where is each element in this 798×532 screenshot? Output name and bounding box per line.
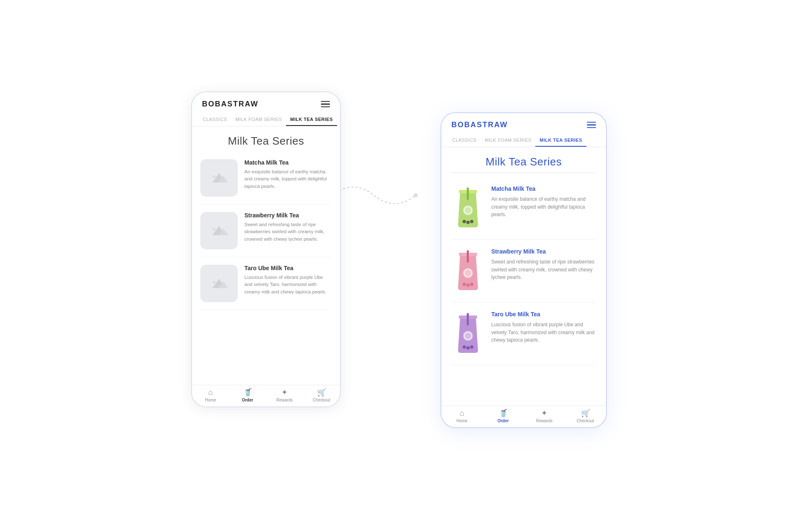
svg-point-16 xyxy=(466,221,470,224)
large-tab-classics[interactable]: CLASSICS xyxy=(448,134,480,147)
large-item-name-matcha: Matcha Milk Tea xyxy=(491,185,596,192)
small-nav-rewards-label: Rewards xyxy=(276,398,293,402)
small-thumb-strawberry xyxy=(200,212,238,249)
svg-rect-19 xyxy=(467,250,469,263)
small-item-name-taro: Taro Ube Milk Tea xyxy=(244,265,332,271)
small-nav-checkout[interactable]: 🛒 Checkout xyxy=(303,389,340,402)
small-logo: BOBASTRAW xyxy=(202,100,259,108)
large-item-info-matcha: Matcha Milk Tea An exquisite balance of … xyxy=(491,185,596,219)
svg-point-1 xyxy=(414,193,418,197)
small-tab-milk-foam[interactable]: MILK FOAM SERIES xyxy=(231,113,286,126)
large-item-desc-matcha: An exquisite balance of earthy matcha an… xyxy=(491,195,596,219)
large-item-info-strawberry: Strawberry Milk Tea Sweet and refreshing… xyxy=(491,248,596,281)
small-header: BOBASTRAW xyxy=(192,92,340,113)
small-item-desc-taro: Luscious fusion of vibrant purple Ube an… xyxy=(244,274,332,296)
small-thumb-matcha xyxy=(200,159,238,197)
large-menu-item-taro[interactable]: Taro Ube Milk Tea Luscious fusion of vib… xyxy=(451,303,596,365)
large-nav-rewards-label: Rewards xyxy=(536,419,552,423)
svg-point-29 xyxy=(463,345,466,349)
large-content: Milk Tea Series xyxy=(441,147,606,406)
svg-point-10 xyxy=(213,281,215,283)
small-order-icon: 🥤 xyxy=(243,389,252,396)
small-item-info-taro: Taro Ube Milk Tea Luscious fusion of vib… xyxy=(244,265,332,296)
large-nav-checkout[interactable]: 🛒 Checkout xyxy=(565,409,606,423)
large-nav-order-label: Order xyxy=(498,419,509,423)
small-nav-order-label: Order xyxy=(242,398,253,402)
small-item-desc-strawberry: Sweet and refreshing taste of ripe straw… xyxy=(244,221,332,243)
large-menu-list: Matcha Milk Tea An exquisite balance of … xyxy=(441,177,606,365)
large-nav-order[interactable]: 🥤 Order xyxy=(483,409,524,423)
large-menu-icon[interactable] xyxy=(587,122,596,128)
small-nav-home[interactable]: ⌂ Home xyxy=(192,389,229,402)
large-bottom-nav: ⌂ Home 🥤 Order ✦ Rewards 🛒 Checkout xyxy=(441,406,606,427)
small-home-icon: ⌂ xyxy=(208,389,213,396)
large-item-info-taro: Taro Ube Milk Tea Luscious fusion of vib… xyxy=(491,311,596,344)
svg-point-23 xyxy=(466,283,470,287)
large-divider xyxy=(451,172,596,173)
svg-point-7 xyxy=(213,228,215,231)
large-rewards-icon: ✦ xyxy=(541,409,547,417)
small-nav-rewards[interactable]: ✦ Rewards xyxy=(266,389,303,402)
large-image-matcha xyxy=(451,185,485,231)
large-nav-rewards[interactable]: ✦ Rewards xyxy=(524,409,565,423)
large-header: BOBASTRAW xyxy=(441,113,606,134)
large-item-name-taro: Taro Ube Milk Tea xyxy=(491,311,596,318)
large-item-name-strawberry: Strawberry Milk Tea xyxy=(491,248,596,255)
small-item-info-strawberry: Strawberry Milk Tea Sweet and refreshing… xyxy=(244,212,332,243)
small-item-desc-matcha: An exquisite balance of earthy matcha an… xyxy=(244,168,332,190)
svg-rect-12 xyxy=(467,187,469,200)
svg-point-30 xyxy=(466,346,470,350)
large-order-icon: 🥤 xyxy=(499,409,508,417)
large-tab-milk-foam[interactable]: MILK FOAM SERIES xyxy=(480,134,535,147)
small-menu-item-matcha[interactable]: Matcha Milk Tea An exquisite balance of … xyxy=(200,152,332,204)
small-nav-checkout-label: Checkout xyxy=(313,398,330,402)
large-image-strawberry xyxy=(451,248,485,294)
small-thumb-taro xyxy=(200,265,238,302)
large-phone: BOBASTRAW CLASSICS MILK FOAM SERIES MILK… xyxy=(441,112,607,428)
small-phone: BOBASTRAW CLASSICS MILK FOAM SERIES MILK… xyxy=(191,91,341,407)
small-item-name-strawberry: Strawberry Milk Tea xyxy=(244,212,332,219)
large-image-taro xyxy=(451,311,485,357)
small-rewards-icon: ✦ xyxy=(281,389,288,396)
large-item-desc-strawberry: Sweet and refreshing taste of ripe straw… xyxy=(491,258,596,281)
small-tab-classics[interactable]: CLASSICS xyxy=(199,113,231,126)
large-nav-home[interactable]: ⌂ Home xyxy=(441,409,483,423)
svg-point-24 xyxy=(470,283,473,286)
small-nav-tabs: CLASSICS MILK FOAM SERIES MILK TEA SERIE… xyxy=(192,113,340,126)
small-menu-item-taro[interactable]: Taro Ube Milk Tea Luscious fusion of vib… xyxy=(200,257,332,310)
large-nav-checkout-label: Checkout xyxy=(576,419,594,423)
small-content: Milk Tea Series Matcha Milk Tea An exqui… xyxy=(192,126,340,385)
svg-point-31 xyxy=(470,345,473,349)
svg-point-17 xyxy=(470,220,473,223)
small-menu-icon[interactable] xyxy=(321,101,330,108)
small-tab-milk-tea[interactable]: MILK TEA SERIES xyxy=(286,113,337,126)
large-page-title: Milk Tea Series xyxy=(441,147,606,172)
small-nav-home-label: Home xyxy=(205,398,216,402)
small-nav-order[interactable]: 🥤 Order xyxy=(229,389,266,402)
large-tab-milk-tea[interactable]: MILK TEA SERIES xyxy=(535,134,586,147)
svg-point-15 xyxy=(463,220,466,223)
large-logo: BOBASTRAW xyxy=(451,121,508,129)
large-menu-item-matcha[interactable]: Matcha Milk Tea An exquisite balance of … xyxy=(451,177,596,240)
small-page-title: Milk Tea Series xyxy=(192,126,340,152)
small-menu-list: Matcha Milk Tea An exquisite balance of … xyxy=(192,152,340,310)
small-menu-item-strawberry[interactable]: Strawberry Milk Tea Sweet and refreshing… xyxy=(200,204,332,257)
svg-rect-26 xyxy=(467,313,469,325)
small-item-name-matcha: Matcha Milk Tea xyxy=(244,159,332,166)
small-checkout-icon: 🛒 xyxy=(317,389,326,396)
small-item-info-matcha: Matcha Milk Tea An exquisite balance of … xyxy=(244,159,332,190)
large-nav-tabs: CLASSICS MILK FOAM SERIES MILK TEA SERIE… xyxy=(441,134,606,147)
large-nav-home-label: Home xyxy=(456,419,468,423)
small-bottom-nav: ⌂ Home 🥤 Order ✦ Rewards 🛒 Checkout xyxy=(192,385,340,406)
svg-point-4 xyxy=(213,175,215,178)
large-item-desc-taro: Luscious fusion of vibrant purple Ube an… xyxy=(491,321,596,344)
large-menu-item-strawberry[interactable]: Strawberry Milk Tea Sweet and refreshing… xyxy=(451,240,596,303)
large-checkout-icon: 🛒 xyxy=(581,409,590,417)
large-home-icon: ⌂ xyxy=(460,409,464,417)
svg-point-22 xyxy=(463,283,466,286)
